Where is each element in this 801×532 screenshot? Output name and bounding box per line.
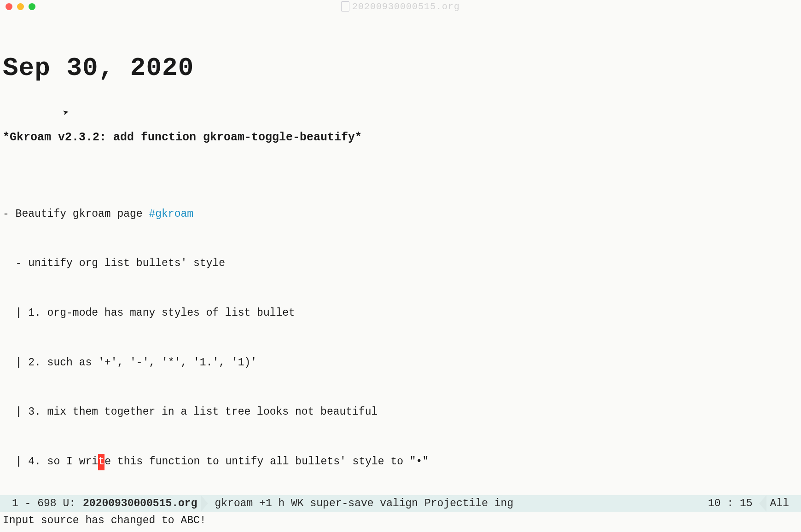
mode-line-right: 10 : 15 All — [704, 495, 793, 512]
close-icon[interactable] — [6, 3, 12, 10]
mode-line-position: 1 - 698 U: — [8, 497, 79, 509]
titlebar-filename-text: 20200930000515.org — [352, 1, 460, 12]
list-item: - Beautify gkroam page #gkroam — [3, 206, 798, 223]
echo-message: Input source has changed to ABC! — [3, 515, 206, 526]
mode-line-left: 1 - 698 U: 20200930000515.org gkroam +1 … — [8, 495, 517, 512]
mode-line[interactable]: 1 - 698 U: 20200930000515.org gkroam +1 … — [0, 495, 801, 512]
mode-line-modes: gkroam +1 h WK super-save valign Project… — [211, 497, 517, 509]
zoom-icon[interactable] — [29, 3, 35, 10]
emacs-window: 20200930000515.org Sep 30, 2020 *Gkroam … — [0, 0, 801, 532]
page-title: Sep 30, 2020 — [3, 54, 798, 83]
mode-line-scroll: All — [766, 497, 793, 509]
list-item: | 3. mix them together in a list tree lo… — [3, 404, 798, 421]
text-cursor: t — [98, 454, 104, 470]
editor-buffer[interactable]: Sep 30, 2020 *Gkroam v2.3.2: add functio… — [0, 13, 801, 532]
document-icon — [341, 1, 349, 12]
list-item: | 1. org-mode has many styles of list bu… — [3, 305, 798, 322]
mode-line-filename[interactable]: 20200930000515.org — [79, 497, 201, 509]
titlebar: 20200930000515.org — [0, 0, 801, 13]
mode-line-time: 10 : 15 — [704, 497, 756, 509]
traffic-lights — [6, 3, 35, 10]
chevron-left-icon — [759, 495, 766, 512]
chevron-right-icon — [201, 495, 208, 512]
titlebar-filename: 20200930000515.org — [341, 1, 460, 12]
echo-area: Input source has changed to ABC! — [0, 512, 801, 532]
org-headline: *Gkroam v2.3.2: add function gkroam-togg… — [3, 128, 798, 146]
minimize-icon[interactable] — [17, 3, 24, 10]
list-item: | 4. so I write this function to untify … — [3, 454, 798, 470]
list-item: - unitify org list bullets' style — [3, 255, 798, 272]
hashtag-link[interactable]: #gkroam — [149, 208, 193, 220]
list-item: | 2. such as '+', '-', '*', '1.', '1)' — [3, 355, 798, 371]
